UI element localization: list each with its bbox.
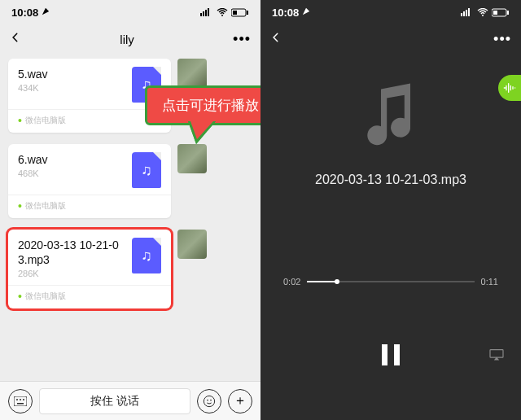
avatar[interactable] <box>177 230 207 259</box>
svg-rect-12 <box>17 403 24 405</box>
svg-rect-0 <box>200 13 202 16</box>
file-message-highlighted[interactable]: 2020-03-13 10-21-03.mp3 286K ♫ 微信电脑版 <box>8 230 171 308</box>
elapsed-time: 0:02 <box>283 277 300 287</box>
svg-rect-23 <box>507 11 509 15</box>
status-icons <box>200 8 249 17</box>
emoji-button[interactable] <box>197 389 221 413</box>
status-time: 10:08 <box>272 7 310 19</box>
audio-file-icon: ♫ <box>132 152 161 188</box>
svg-point-13 <box>204 396 214 406</box>
file-name: 5.wav <box>18 67 48 81</box>
file-message[interactable]: 6.wav 468K ♫ 微信电脑版 <box>8 144 171 218</box>
svg-point-15 <box>210 399 212 400</box>
progress-track[interactable] <box>307 281 474 282</box>
file-size: 434K <box>18 83 48 93</box>
avatar[interactable] <box>177 59 207 88</box>
svg-point-9 <box>16 399 18 400</box>
chat-screen: 10:08 lily ••• 5.wav 434K ♫ <box>0 0 260 420</box>
svg-rect-18 <box>466 10 467 16</box>
file-source: 微信电脑版 <box>18 200 161 212</box>
svg-rect-17 <box>463 11 465 16</box>
svg-rect-7 <box>247 11 248 15</box>
back-button[interactable] <box>10 32 21 46</box>
track-title: 2020-03-13 10-21-03.mp3 <box>315 173 466 187</box>
svg-point-20 <box>482 15 484 16</box>
svg-point-4 <box>221 15 223 16</box>
chat-navbar: lily ••• <box>0 24 260 54</box>
svg-rect-16 <box>461 13 462 16</box>
status-time: 10:08 <box>11 7 50 19</box>
player-navbar: ••• <box>260 24 521 54</box>
progress-bar[interactable]: 0:02 0:11 <box>283 277 498 287</box>
airplay-icon[interactable] <box>488 348 505 365</box>
file-size: 468K <box>18 168 48 178</box>
more-button[interactable]: ••• <box>233 31 251 48</box>
svg-rect-6 <box>233 11 237 15</box>
pause-button[interactable] <box>371 335 410 374</box>
chat-title: lily <box>120 33 134 46</box>
file-name: 6.wav <box>18 152 48 167</box>
progress-thumb[interactable] <box>335 279 339 284</box>
svg-rect-19 <box>468 8 470 16</box>
avatar[interactable] <box>177 144 207 173</box>
status-bar: 10:08 <box>260 0 521 24</box>
status-bar: 10:08 <box>0 0 260 24</box>
file-name: 2020-03-13 10-21-03.mp3 <box>18 238 124 267</box>
music-note-icon <box>361 81 420 153</box>
tooltip-play-hint: 点击可进行播放 <box>145 85 260 125</box>
svg-rect-8 <box>14 396 27 406</box>
message-row: 6.wav 468K ♫ 微信电脑版 <box>8 144 252 218</box>
total-time: 0:11 <box>481 277 498 287</box>
file-size: 286K <box>18 269 124 278</box>
more-button[interactable]: ••• <box>493 31 511 48</box>
input-bar: 按住 说话 ＋ <box>0 381 260 420</box>
svg-rect-22 <box>493 11 497 15</box>
player-body: 2020-03-13 10-21-03.mp3 <box>260 81 521 187</box>
back-button[interactable] <box>270 32 282 46</box>
svg-point-10 <box>20 399 21 400</box>
file-source: 微信电脑版 <box>18 115 161 126</box>
keyboard-toggle-button[interactable] <box>8 389 33 413</box>
svg-point-11 <box>23 399 24 400</box>
status-icons <box>461 8 510 17</box>
svg-rect-3 <box>208 8 209 16</box>
message-row: 2020-03-13 10-21-03.mp3 286K ♫ 微信电脑版 <box>8 230 252 308</box>
svg-rect-1 <box>203 11 204 16</box>
player-screen: 10:08 ••• 2020-03-13 10-21-03.mp3 0:02 0… <box>260 0 521 420</box>
svg-rect-24 <box>490 350 503 358</box>
hold-to-talk-button[interactable]: 按住 说话 <box>39 388 190 414</box>
file-source: 微信电脑版 <box>18 291 161 302</box>
svg-rect-2 <box>205 10 207 16</box>
plus-button[interactable]: ＋ <box>228 389 252 413</box>
audio-file-icon: ♫ <box>132 238 161 273</box>
svg-point-14 <box>207 399 208 400</box>
